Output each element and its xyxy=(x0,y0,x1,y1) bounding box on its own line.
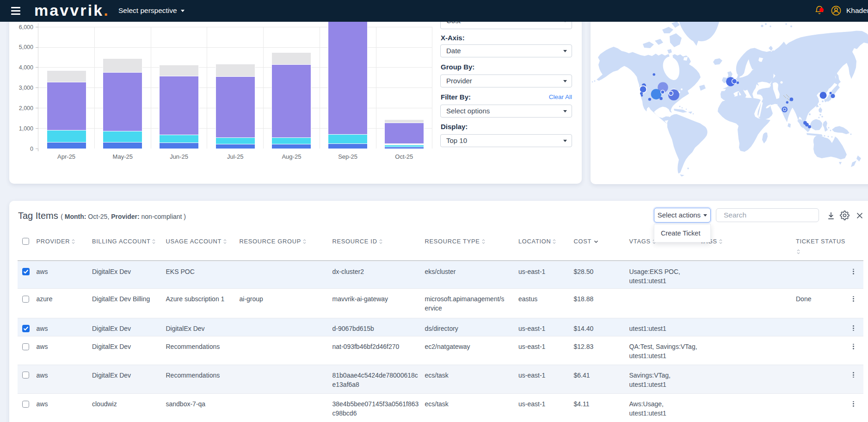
svg-text:5,000: 5,000 xyxy=(19,44,33,50)
svg-text:Jun-25: Jun-25 xyxy=(170,153,188,160)
svg-text:3,000: 3,000 xyxy=(19,85,33,91)
svg-text:2,000: 2,000 xyxy=(19,105,33,112)
svg-text:Sep-25: Sep-25 xyxy=(338,153,357,160)
svg-text:6,000: 6,000 xyxy=(19,24,33,31)
svg-text:0: 0 xyxy=(30,146,33,152)
svg-text:4,000: 4,000 xyxy=(19,64,33,71)
svg-text:Oct-25: Oct-25 xyxy=(395,153,413,160)
svg-text:Jul-25: Jul-25 xyxy=(227,153,243,160)
svg-text:May-25: May-25 xyxy=(113,153,133,160)
svg-text:Apr-25: Apr-25 xyxy=(57,153,75,160)
svg-text:Aug-25: Aug-25 xyxy=(282,153,301,160)
svg-text:1,000: 1,000 xyxy=(19,125,33,132)
